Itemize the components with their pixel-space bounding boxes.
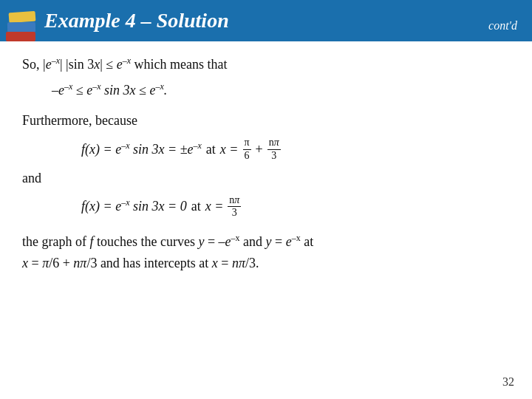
math-inequality: –e–x ≤ e–x sin 3x ≤ e–x. (52, 83, 167, 98)
fx-row-1: f(x) = e–x sin 3x = ±e–x at x = π 6 + nπ… (81, 137, 510, 163)
sup-negx8: –x (121, 197, 129, 208)
text-at2: at (191, 199, 201, 214)
book-stack-decoration (6, 3, 38, 41)
line-furthermore: Furthermore, because (22, 111, 510, 131)
math-fx2: f(x) = e–x sin 3x = 0 (81, 199, 187, 214)
page-title: Example 4 – Solution (44, 9, 229, 33)
plus-sign: + (256, 142, 263, 157)
fraction-npi3-b: nπ 3 (228, 194, 241, 220)
line-so: So, |e–x| |sin 3x| ≤ e–x which means tha… (22, 55, 510, 75)
fraction-pi6: π 6 (243, 137, 251, 163)
text-furthermore: Furthermore, because (22, 113, 137, 128)
sup-negx6: –x (121, 140, 129, 151)
sup-negx4: –x (92, 81, 100, 92)
sup-negx7: –x (194, 140, 202, 151)
frac-num-npi: nπ (267, 137, 281, 150)
text-and: and (22, 171, 41, 185)
sup-negx9: –x (231, 233, 240, 243)
math-fx1: f(x) = e–x sin 3x = ±e–x (81, 142, 202, 157)
bottom-line-2: x = π/6 + nπ/3 and has intercepts at x =… (22, 253, 510, 274)
frac-den-3-b: 3 (228, 207, 241, 219)
text-at1: at (206, 142, 216, 157)
sup-negx1: –x (52, 55, 60, 66)
main-content: So, |e–x| |sin 3x| ≤ e–x which means tha… (0, 41, 532, 287)
book-icon-3 (6, 32, 35, 41)
line-inequality: –e–x ≤ e–x sin 3x ≤ e–x. (52, 81, 510, 100)
sup-negx10: –x (292, 233, 301, 243)
math-xeq1: x = (220, 142, 239, 157)
sup-negx5: –x (155, 81, 163, 92)
math-xeq2: x = (205, 199, 224, 214)
frac-num-pi: π (243, 137, 251, 150)
line-and: and (22, 168, 510, 188)
bottom-line-1: the graph of f touches the curves y = –e… (22, 231, 510, 253)
fx-row-2: f(x) = e–x sin 3x = 0 at x = nπ 3 (81, 194, 510, 220)
sup-negx3: –x (64, 81, 72, 92)
bottom-paragraph: the graph of f touches the curves y = –e… (22, 231, 510, 274)
sup-negx2: –x (123, 55, 131, 66)
frac-den-6: 6 (243, 150, 251, 163)
frac-num-npi-b: nπ (228, 194, 241, 208)
page-number: 32 (502, 375, 514, 389)
text-so: So, |e–x| |sin 3x| ≤ e–x which means tha… (22, 57, 227, 72)
fraction-npi3: nπ 3 (267, 137, 281, 163)
frac-den-3: 3 (267, 150, 281, 163)
header-banner: Example 4 – Solution cont'd (0, 0, 532, 41)
contd-label: cont'd (488, 19, 517, 34)
math-e1: e–x (46, 57, 60, 72)
